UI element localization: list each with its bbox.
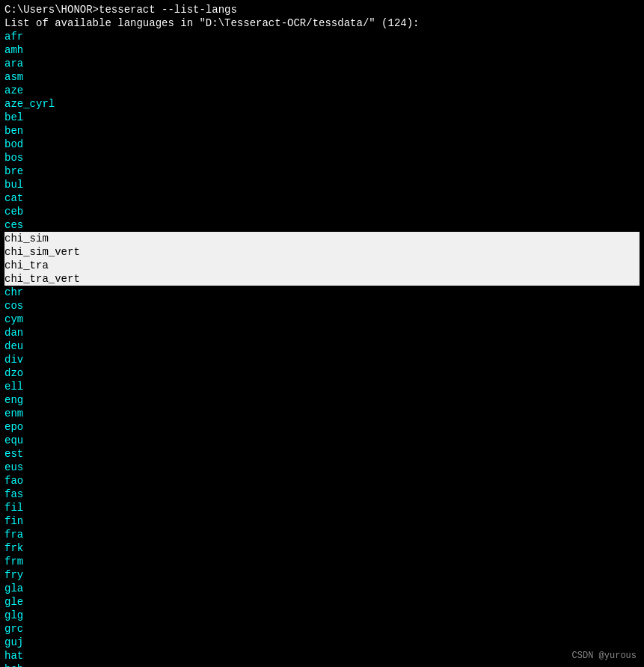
lang-item: fra (4, 528, 640, 541)
lang-item: chr (4, 286, 640, 299)
lang-lines-highlight: chi_simchi_sim_vertchi_trachi_tra_vert (4, 232, 640, 286)
lang-item: dzo (4, 366, 640, 380)
lang-item: frk (4, 541, 640, 555)
lang-item: fao (4, 474, 640, 488)
lang-item: bos (4, 151, 640, 165)
lang-item-highlighted: chi_sim (4, 232, 640, 245)
lang-item: glg (4, 609, 640, 622)
lang-item: gla (4, 582, 640, 595)
lang-item: gle (4, 595, 640, 609)
lang-item: fin (4, 514, 640, 528)
lang-item: fry (4, 568, 640, 582)
lang-item: guj (4, 636, 640, 649)
lang-item: cat (4, 191, 640, 205)
prompt-line: C:\Users\HONOR>tesseract --list-langs (4, 3, 640, 16)
lang-item: asm (4, 70, 640, 84)
lang-item: enm (4, 407, 640, 420)
watermark: CSDN @yurous (572, 651, 637, 661)
info-line: List of available languages in "D:\Tesse… (4, 16, 640, 30)
lang-item: fil (4, 501, 640, 514)
lang-item: aze (4, 84, 640, 97)
lang-item: heb (4, 663, 640, 667)
lang-item: fas (4, 488, 640, 501)
lang-item: hat (4, 649, 640, 663)
lang-item-highlighted: chi_tra_vert (4, 272, 640, 286)
lang-item: ben (4, 124, 640, 138)
lang-item: equ (4, 434, 640, 447)
lang-item: eus (4, 461, 640, 474)
lang-item: ell (4, 380, 640, 393)
lang-item: afr (4, 30, 640, 43)
lang-item: ces (4, 218, 640, 232)
lang-item: deu (4, 339, 640, 353)
lang-item: bod (4, 138, 640, 151)
lang-item: bre (4, 165, 640, 178)
lang-item: ceb (4, 205, 640, 218)
lang-item: amh (4, 43, 640, 57)
lang-item: aze_cyrl (4, 97, 640, 111)
lang-item: frm (4, 555, 640, 568)
highlight-block: chi_simchi_sim_vertchi_trachi_tra_vert (4, 232, 640, 286)
lang-lines-before: aframharaasmazeaze_cyrlbelbenbodbosbrebu… (4, 30, 640, 232)
lang-item-highlighted: chi_tra (4, 259, 640, 272)
lang-item: cos (4, 299, 640, 313)
lang-item: cym (4, 313, 640, 326)
lang-item: grc (4, 622, 640, 636)
lang-item: epo (4, 420, 640, 434)
lang-item: bul (4, 178, 640, 191)
lang-item: div (4, 353, 640, 366)
lang-item: ara (4, 57, 640, 70)
lang-item: eng (4, 393, 640, 407)
lang-lines-after: chrcoscymdandeudivdzoellengenmepoequeste… (4, 286, 640, 667)
terminal: C:\Users\HONOR>tesseract --list-langs Li… (0, 0, 644, 667)
lang-item-highlighted: chi_sim_vert (4, 245, 640, 259)
lang-item: bel (4, 111, 640, 124)
lang-item: est (4, 447, 640, 461)
lang-item: dan (4, 326, 640, 339)
